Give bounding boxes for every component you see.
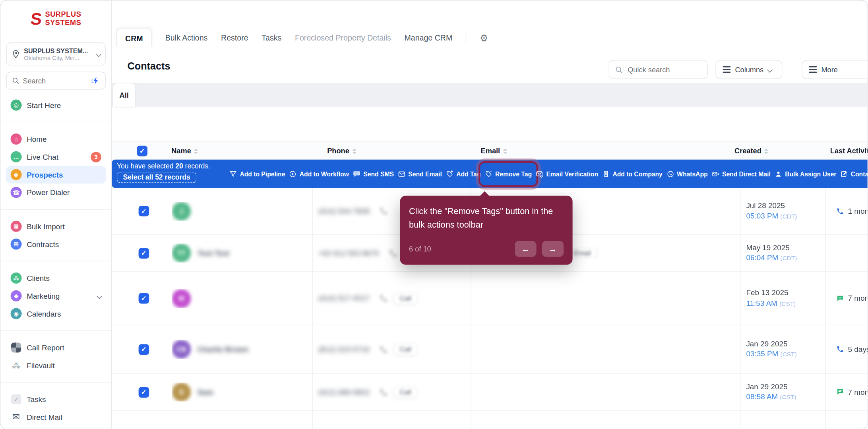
sidebar-item-prospects[interactable]: ☻ Prospects [6,166,106,184]
send-sms-button[interactable]: Send SMS [353,170,394,178]
phone-call-icon[interactable] [380,294,388,303]
sort-icon[interactable] [352,148,356,154]
call-badge[interactable]: Call [393,343,417,356]
name-cell[interactable]: M [172,289,312,308]
tab-crm[interactable]: CRM [116,28,152,47]
whatsapp-button[interactable]: WhatsApp [666,170,708,178]
sort-icon[interactable] [194,148,198,154]
column-header-name[interactable]: Name [171,142,198,160]
gear-icon[interactable]: ⚙ [480,32,488,44]
sidebar-item-power-dialer[interactable]: ☎ Power Dialer [6,184,106,201]
sms-icon [836,294,844,302]
checkbox-icon: ✓ [11,394,21,404]
column-header-created[interactable]: Created [734,142,769,160]
contact-type-update-button[interactable]: Contact Type Update [840,170,868,178]
sidebar-item-contracts[interactable]: ▤ Contracts [6,235,106,253]
tab-manage-crm[interactable]: Manage CRM [404,33,452,42]
sort-icon[interactable] [764,148,769,154]
name-cell[interactable]: TT Test Test [172,243,312,263]
contact-name-blurred: Charlie Brown [198,345,248,354]
more-button[interactable]: More [802,60,868,79]
quick-search[interactable] [609,60,708,79]
sidebar-item-calendars[interactable]: ◉ Calendars [6,305,106,323]
add-to-pipeline-button[interactable]: Add to Pipeline [229,170,285,178]
ai-bolt-icon[interactable] [91,76,100,85]
checkbox-checked-icon[interactable]: ✓ [137,146,147,157]
search-icon [615,66,623,74]
email-verification-button[interactable]: Email Verification [536,170,598,178]
column-header-phone[interactable]: Phone [327,142,356,160]
sidebar-item-home[interactable]: ⌂ Home [6,130,106,148]
bulk-assign-user-button[interactable]: Bulk Assign User [775,170,837,178]
created-cell: Jan 29 2025 08:58 AM (CST) [740,382,825,402]
remove-tag-button[interactable]: Remove Tag [484,170,532,178]
divider [0,330,111,331]
send-direct-mail-button[interactable]: Send Direct Mail [711,170,770,178]
tab-tasks[interactable]: Tasks [262,33,281,42]
tab-foreclosed-property-details[interactable]: Foreclosed Property Details [295,33,391,42]
avatar: M [172,289,191,308]
phone-call-icon[interactable] [380,388,388,396]
add-tag-button[interactable]: Add Tag [446,170,481,178]
name-cell[interactable]: J [172,202,312,221]
sidebar-item-start-here[interactable]: ◎ Start Here [6,96,106,114]
row-checkbox[interactable]: ✓ [139,344,149,355]
location-name: SURPLUS SYSTEM... [24,48,93,54]
main-content: CRM Bulk Actions Restore Tasks Foreclose… [112,0,867,429]
row-checkbox[interactable]: ✓ [139,387,149,398]
sidebar-search-input[interactable] [23,77,88,85]
add-to-workflow-button[interactable]: Add to Workflow [289,170,349,178]
email-check-icon [536,170,544,178]
created-time[interactable]: 11:53 AM [746,299,777,307]
table-row: ✓ S Sam (912) 686-5802 Call Jan 29 2025 … [112,374,868,411]
select-all-records-button[interactable]: Select all 52 records [117,172,196,183]
phone-call-icon[interactable] [389,249,397,257]
phone-number-blurred: (414) 544-7828 [318,207,370,215]
phone-number-blurred: (812) 523-5716 [318,345,370,354]
smartlist-tab-all[interactable]: All [113,83,135,107]
tab-restore[interactable]: Restore [221,33,248,42]
last-activity-text: 5 days ago [848,345,868,354]
sidebar-item-tasks[interactable]: ✓ Tasks [6,390,106,408]
row-checkbox[interactable]: ✓ [139,248,149,259]
tooltip-prev-button[interactable]: ← [515,241,537,257]
sort-icon[interactable] [503,148,507,154]
name-cell[interactable]: S Sam [172,383,312,402]
phone-call-icon[interactable] [380,345,388,354]
tab-bulk-actions[interactable]: Bulk Actions [165,33,208,42]
sliders-icon: ◆ [11,290,22,301]
sidebar-item-clients[interactable]: ⁂ Clients [6,269,106,287]
send-email-button[interactable]: Send Email [398,170,442,178]
call-badge[interactable]: Call [393,292,417,305]
columns-button[interactable]: Columns [715,60,782,79]
divider [0,382,111,383]
sidebar-search[interactable] [6,72,106,90]
created-time[interactable]: 05:03 PM [746,212,778,220]
created-time[interactable]: 08:58 AM [746,392,778,401]
created-time[interactable]: 06:04 PM [746,253,778,262]
sidebar-item-marketing[interactable]: ◆ Marketing [6,287,106,305]
tooltip-next-button[interactable]: → [542,241,564,257]
sidebar-item-direct-mail[interactable]: ✉ Direct Mail [6,408,106,426]
sms-bubble-icon [353,170,361,178]
sidebar-item-bulk-import[interactable]: ▦ Bulk Import [6,217,106,235]
row-checkbox[interactable]: ✓ [139,206,149,216]
sidebar-item-live-chat[interactable]: … Live Chat 3 [6,148,106,166]
created-time[interactable]: 03:35 PM [746,350,778,358]
name-cell[interactable]: CB Charlie Brown [172,340,312,359]
call-badge[interactable]: Call [393,386,417,398]
quick-search-input[interactable] [628,66,701,74]
column-header-last-activity[interactable]: Last Activity [830,142,868,160]
last-activity-text: 7 months ago [848,294,868,303]
sidebar-item-filevault[interactable]: ⁂ Filevault [6,356,106,374]
column-header-email[interactable]: Email [481,142,508,160]
phone-call-icon[interactable] [380,207,388,215]
people-icon: ⁂ [11,272,22,284]
add-to-company-button[interactable]: Add to Company [602,170,663,178]
paw-icon: ⁂ [11,361,22,369]
location-switcher[interactable]: SURPLUS SYSTEM... Oklahoma City, Min... [6,42,106,66]
sidebar-item-call-report[interactable]: Call Report [6,339,106,357]
row-checkbox[interactable]: ✓ [139,293,149,304]
table-row: ✓ CB Charlie Brown (812) 523-5716 Call J… [112,325,868,374]
select-all-checkbox[interactable]: ✓ [137,142,147,160]
